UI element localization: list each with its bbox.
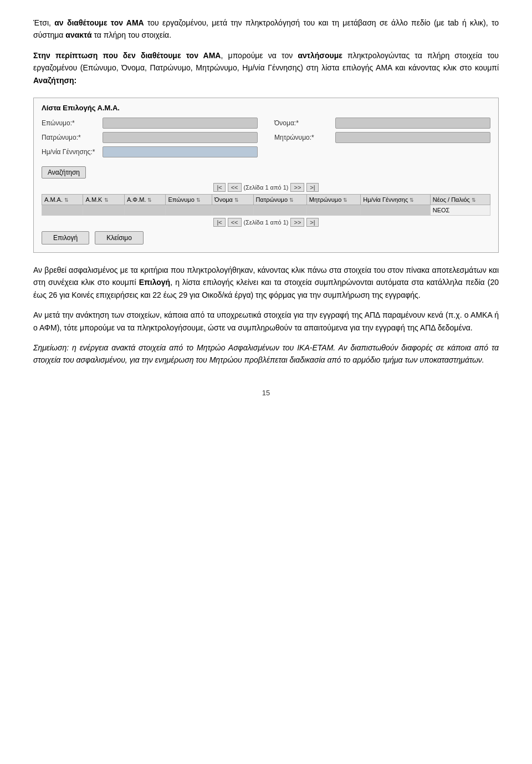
table-row[interactable]: ΝΕΟΣ xyxy=(42,205,490,215)
label-onoma: Όνομα:* xyxy=(274,119,335,127)
epilogi-button[interactable]: Επιλογή xyxy=(42,231,89,245)
input-birthdate[interactable] xyxy=(103,146,258,157)
td-amka xyxy=(83,205,124,215)
form-title: Λίστα Επιλογής Α.Μ.Α. xyxy=(42,104,490,112)
th-patronymo: Πατρώνυμο ⇅ xyxy=(253,194,306,205)
intro-paragraph-2: Στην περίπτωση που δεν διαθέτουμε τον ΑΜ… xyxy=(33,49,499,86)
td-eponymo-val xyxy=(166,205,212,215)
search-button[interactable]: Αναζήτηση xyxy=(42,166,86,179)
pagination-text-top: (Σελίδα 1 από 1) xyxy=(244,184,289,191)
results-table-area: |< << (Σελίδα 1 από 1) >> >| Α.Μ.Α. ⇅ Α.… xyxy=(42,183,490,245)
th-birthdate: Ημ/νία Γέννησης ⇅ xyxy=(361,194,430,205)
intro-p2-text: Στην περίπτωση που δεν διαθέτουμε τον ΑΜ… xyxy=(33,51,499,85)
input-mitronymo[interactable] xyxy=(335,132,490,143)
th-amka: Α.Μ.Κ ⇅ xyxy=(83,194,124,205)
input-onoma[interactable] xyxy=(335,118,490,129)
td-afm xyxy=(124,205,165,215)
pg-first[interactable]: |< xyxy=(213,183,225,192)
pg-prev[interactable]: << xyxy=(228,183,242,192)
form-row-onoma: Όνομα:* xyxy=(274,118,490,129)
pagination-links-bottom: |< << (Σελίδα 1 από 1) >> >| xyxy=(213,218,318,227)
th-onoma: Όνομα ⇅ xyxy=(212,194,253,205)
td-ama xyxy=(42,205,83,215)
label-patronymo: Πατρώνυμο:* xyxy=(42,134,103,141)
td-patronymo-val xyxy=(253,205,306,215)
form-row-eponymo: Επώνυμο:* xyxy=(42,118,258,129)
input-patronymo[interactable] xyxy=(103,132,258,143)
page-number: 15 xyxy=(33,389,499,397)
input-eponymo[interactable] xyxy=(103,118,258,129)
paragraph-5-note: Σημείωση: η ενέργεια ανακτά στοιχεία από… xyxy=(33,342,499,366)
label-mitronymo: Μητρώνυμο:* xyxy=(274,134,335,141)
note-text: Σημείωση: η ενέργεια ανακτά στοιχεία από… xyxy=(33,343,499,364)
form-row-mitronymo: Μητρώνυμο:* xyxy=(274,132,490,143)
th-mitronymo: Μητρώνυμο ⇅ xyxy=(306,194,360,205)
pg-last-bot[interactable]: >| xyxy=(306,218,318,227)
pg-prev-bot[interactable]: << xyxy=(228,218,242,227)
kleisimo-button[interactable]: Κλείσιμο xyxy=(95,231,144,245)
th-neos: Νέος / Παλιός ⇅ xyxy=(430,194,490,205)
pagination-bottom: |< << (Σελίδα 1 από 1) >> >| xyxy=(42,218,490,227)
td-birthdate-val xyxy=(361,205,430,215)
form-col-left: Επώνυμο:* Πατρώνυμο:* Ημ/νία Γέννησης:* … xyxy=(42,118,258,179)
pagination-top: |< << (Σελίδα 1 από 1) >> >| xyxy=(42,183,490,192)
intro-p1-text: Έτσι, αν διαθέτουμε τον ΑΜΑ του εργαζομέ… xyxy=(33,18,499,39)
pg-last[interactable]: >| xyxy=(306,183,318,192)
td-neos-val: ΝΕΟΣ xyxy=(430,205,490,215)
form-col-right: Όνομα:* Μητρώνυμο:* xyxy=(274,118,490,179)
form-row-birthdate: Ημ/νία Γέννησης:* xyxy=(42,146,258,157)
form-row-patronymo: Πατρώνυμο:* xyxy=(42,132,258,143)
th-eponymo: Επώνυμο ⇅ xyxy=(166,194,212,205)
pg-next[interactable]: >> xyxy=(290,183,304,192)
pagination-links-top: |< << (Σελίδα 1 από 1) >> >| xyxy=(213,183,318,192)
pg-next-bot[interactable]: >> xyxy=(290,218,304,227)
td-onoma-val xyxy=(212,205,253,215)
bottom-buttons: Επιλογή Κλείσιμο xyxy=(42,231,490,245)
th-afm: Α.Φ.Μ. ⇅ xyxy=(124,194,165,205)
td-mitronymo-val xyxy=(306,205,360,215)
form-rows: Επώνυμο:* Πατρώνυμο:* Ημ/νία Γέννησης:* … xyxy=(42,118,490,179)
paragraph-4: Αν μετά την ανάκτηση των στοιχείων, κάπο… xyxy=(33,309,499,334)
paragraph-3: Αν βρεθεί ασφαλισμένος με τα κριτήρια πο… xyxy=(33,264,499,301)
pagination-text-bottom: (Σελίδα 1 από 1) xyxy=(244,219,289,226)
ama-search-form: Λίστα Επιλογής Α.Μ.Α. Επώνυμο:* Πατρώνυμ… xyxy=(33,98,499,253)
table-header-row: Α.Μ.Α. ⇅ Α.Μ.Κ ⇅ Α.Φ.Μ. ⇅ Επώνυμο ⇅ Όνομ… xyxy=(42,194,490,205)
label-birthdate: Ημ/νία Γέννησης:* xyxy=(42,148,103,156)
search-button-container: Αναζήτηση xyxy=(42,162,258,179)
th-ama: Α.Μ.Α. ⇅ xyxy=(42,194,83,205)
label-eponymo: Επώνυμο:* xyxy=(42,119,103,127)
main-content: Έτσι, αν διαθέτουμε τον ΑΜΑ του εργαζομέ… xyxy=(33,17,499,366)
intro-paragraph-1: Έτσι, αν διαθέτουμε τον ΑΜΑ του εργαζομέ… xyxy=(33,17,499,42)
results-table: Α.Μ.Α. ⇅ Α.Μ.Κ ⇅ Α.Φ.Μ. ⇅ Επώνυμο ⇅ Όνομ… xyxy=(42,194,490,216)
pg-first-bot[interactable]: |< xyxy=(213,218,225,227)
